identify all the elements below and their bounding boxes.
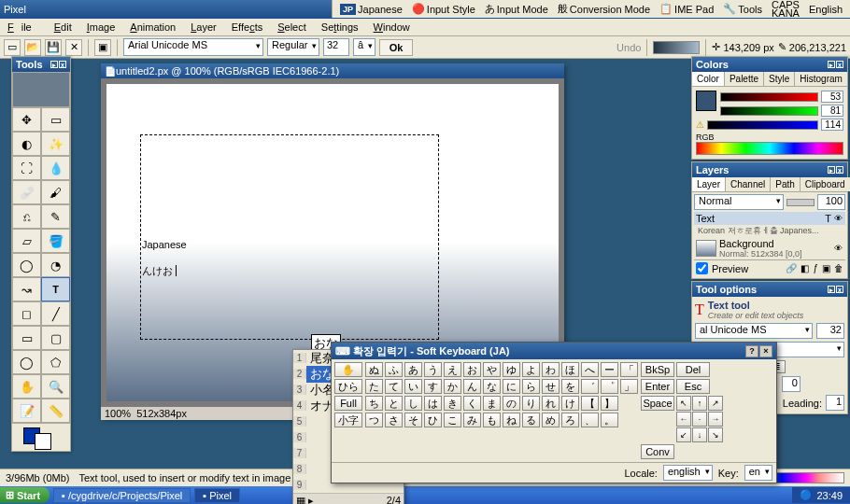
sk-sw[interactable]: ↙ <box>676 427 691 442</box>
close-icon[interactable]: x <box>836 61 843 68</box>
sk-char-key[interactable]: や <box>483 362 501 377</box>
sk-locale-select[interactable]: english <box>663 465 713 481</box>
aa-select[interactable]: â <box>353 38 375 56</box>
sk-space[interactable]: Space <box>641 396 674 411</box>
sk-char-key[interactable]: そ <box>404 413 422 427</box>
color-mode[interactable]: RGB <box>696 133 843 142</box>
ime-input-mode[interactable]: あInput Mode <box>481 0 552 18</box>
sk-char-key[interactable]: ん <box>463 379 481 394</box>
ime-input-style[interactable]: 🔴Input Style <box>408 1 479 17</box>
sk-small-key[interactable]: 小字 <box>334 413 362 427</box>
close-icon[interactable]: x <box>59 61 66 68</box>
sk-right[interactable]: → <box>708 412 723 427</box>
sk-char-key[interactable]: ね <box>503 413 520 427</box>
menu-layer[interactable]: Layer <box>183 20 224 35</box>
tab-palette[interactable]: Palette <box>725 72 764 86</box>
b-slider[interactable] <box>707 120 818 130</box>
sk-char-key[interactable]: か <box>444 379 461 394</box>
ime-japanese[interactable]: JPJapanese <box>336 2 406 17</box>
tab-color[interactable]: Color <box>692 72 725 86</box>
collapse-icon[interactable]: ▸ <box>828 166 835 174</box>
sk-char-key[interactable]: 】 <box>601 396 618 411</box>
sk-char-key[interactable]: み <box>463 413 481 427</box>
sk-char-key[interactable]: え <box>444 362 461 377</box>
tab-channel[interactable]: Channel <box>726 177 771 191</box>
opacity-input[interactable]: 100 <box>817 194 845 210</box>
canvas-text[interactable]: Japanese んけお <box>142 228 187 280</box>
sk-char-key[interactable]: た <box>365 379 383 394</box>
sk-char-key[interactable]: ち <box>365 396 383 411</box>
menu-image[interactable]: Image <box>79 20 123 35</box>
sk-char-key[interactable]: ぬ <box>365 362 383 377</box>
sk-center[interactable]: · <box>692 412 707 427</box>
g-value[interactable]: 81 <box>821 105 843 117</box>
taskbar-item[interactable]: ▪Pixel <box>194 488 240 503</box>
sk-char-key[interactable]: は <box>424 396 442 411</box>
zoom-tool[interactable]: 🔍 <box>41 374 70 399</box>
sk-char-key[interactable]: こ <box>444 413 461 427</box>
opacity-slider[interactable] <box>786 199 815 206</box>
sk-char-key[interactable]: な <box>483 379 501 394</box>
sk-up[interactable]: ↑ <box>692 396 707 411</box>
sk-char-key[interactable]: く <box>463 396 481 411</box>
polygon-tool[interactable]: ⬠ <box>41 350 70 374</box>
sk-char-key[interactable]: よ <box>522 362 540 377</box>
sk-char-key[interactable]: ら <box>522 379 540 394</box>
close-icon[interactable]: x <box>836 286 843 293</box>
sk-char-key[interactable]: わ <box>542 362 560 377</box>
taskbar-item[interactable]: ▪/cygdrive/c/Projects/Pixel <box>53 488 191 503</box>
tray-icon[interactable]: 🔵 <box>800 489 813 501</box>
eraser-tool[interactable]: ▱ <box>12 229 41 253</box>
blur-tool[interactable]: ◯ <box>12 253 41 277</box>
path-tool[interactable]: ↝ <box>12 277 41 301</box>
sk-char-key[interactable]: 、 <box>581 413 599 427</box>
stamp-tool[interactable]: ⎌ <box>12 204 41 229</box>
menu-window[interactable]: Window <box>366 20 418 35</box>
menu-file[interactable]: File <box>0 20 47 35</box>
heal-tool[interactable]: 🩹 <box>12 180 41 204</box>
tb-save-icon[interactable]: 💾 <box>45 39 62 56</box>
ime-caps-kana[interactable]: CAPSKANA <box>768 0 803 19</box>
zoom-readout[interactable]: 100% <box>105 408 131 419</box>
tab-path[interactable]: Path <box>771 177 800 191</box>
marquee-tool[interactable]: ▭ <box>41 107 70 132</box>
sk-char-key[interactable]: め <box>542 413 560 427</box>
sk-char-key[interactable]: せ <box>542 379 560 394</box>
move-tool[interactable]: ✥ <box>12 107 41 132</box>
current-color[interactable] <box>696 91 716 111</box>
tb-open-icon[interactable]: 📂 <box>24 39 41 56</box>
font-weight-select[interactable]: Regular <box>267 38 319 56</box>
gradient-preview[interactable] <box>653 41 700 54</box>
opt-size-input[interactable]: 32 <box>816 323 844 339</box>
sk-char-key[interactable]: す <box>424 379 442 394</box>
sk-down[interactable]: ↓ <box>692 427 707 442</box>
menu-animation[interactable]: Animation <box>122 20 183 35</box>
sk-char-key[interactable]: を <box>561 379 579 394</box>
sk-char-key[interactable]: き <box>444 396 461 411</box>
preview-checkbox[interactable] <box>696 262 708 274</box>
visibility-icon[interactable]: 👁 <box>834 214 843 223</box>
start-button[interactable]: ⊞Start <box>0 487 50 503</box>
soft-keyboard-title[interactable]: ⌨ 확장 입력기 - Soft Keyboard (JA) ?× <box>332 343 776 359</box>
sk-char-key[interactable]: ゜ <box>601 379 618 394</box>
sk-char-key[interactable]: へ <box>581 362 599 377</box>
sk-char-key[interactable]: ゆ <box>503 362 520 377</box>
sk-char-key[interactable]: 」 <box>620 379 638 394</box>
sk-del[interactable]: Del <box>676 362 710 377</box>
sk-char-key[interactable]: さ <box>385 413 403 427</box>
sk-char-key[interactable]: あ <box>404 362 422 377</box>
sk-left[interactable]: ← <box>676 412 691 427</box>
font-select[interactable]: Arial Unicode MS <box>123 38 263 56</box>
line-tool[interactable]: ╱ <box>41 301 70 326</box>
sk-char-key[interactable]: る <box>522 413 540 427</box>
ime-tools[interactable]: 🔧Tools <box>719 1 766 17</box>
sk-char-key[interactable]: お <box>463 362 481 377</box>
round-rect-tool[interactable]: ▢ <box>41 326 70 350</box>
sk-char-key[interactable]: て <box>385 379 403 394</box>
shape-tool[interactable]: ◻ <box>12 301 41 326</box>
r-slider[interactable] <box>720 92 818 102</box>
b-value[interactable]: 114 <box>821 119 843 131</box>
g-slider[interactable] <box>720 106 818 116</box>
ime-conversion-mode[interactable]: 般Conversion Mode <box>554 0 654 18</box>
gamut-warning-icon[interactable]: ⚠ <box>696 119 704 130</box>
